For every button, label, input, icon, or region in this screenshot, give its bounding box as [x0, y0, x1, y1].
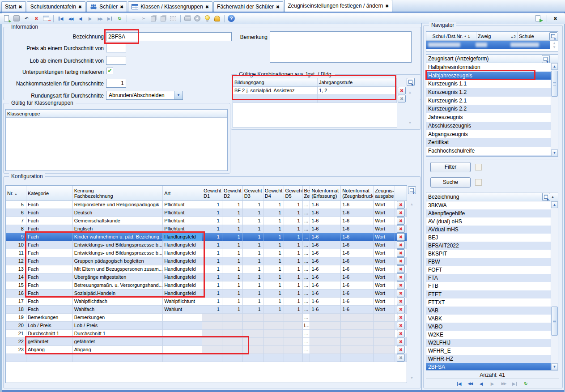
suche-checkbox[interactable]	[475, 179, 482, 186]
art-cell[interactable]: Handlungsfeld	[163, 290, 202, 298]
bezeichnung-item[interactable]: FTET	[426, 290, 551, 298]
delete-row-icon[interactable]: ✖	[397, 233, 405, 241]
nr-cell[interactable]: 10	[6, 241, 26, 249]
gewicht-d2-cell[interactable]	[222, 338, 243, 346]
pager-refresh-icon[interactable]: ↻	[522, 380, 530, 387]
gewicht-d5-cell[interactable]	[284, 322, 303, 330]
aus-cell[interactable]	[374, 354, 395, 362]
kennung-cell[interactable]: Bemerkungen	[73, 314, 163, 322]
art-cell[interactable]	[163, 314, 202, 322]
g3-cell[interactable]	[263, 354, 284, 362]
gewicht-d4-cell[interactable]: 1	[263, 257, 284, 265]
delete-row-icon[interactable]: ✖	[397, 281, 405, 289]
konfiguration-row[interactable]: 13FachMit Eltern und Bezugspersonen zusa…	[6, 265, 407, 273]
tab-start[interactable]: Start✖	[1, 1, 26, 12]
notenformat-erfassung-cell[interactable]: 1-6	[310, 209, 341, 217]
kennung-cell[interactable]: Übergänge mitgestalten	[73, 273, 163, 281]
art-cell[interactable]	[163, 354, 202, 362]
scroll-up-icon[interactable]: ▲	[408, 201, 415, 208]
notenformat-erfassung-cell[interactable]: 1-6	[310, 290, 341, 298]
delete-row-icon[interactable]: ✖	[397, 322, 405, 329]
notenformat-zeugnisdruck-cell[interactable]: 1-6	[341, 241, 374, 249]
konfiguration-row[interactable]: 11FachEntwicklungs- und Bildungsprozesse…	[6, 249, 407, 257]
art-cell[interactable]: Handlungsfeld	[163, 241, 202, 249]
delete-row-icon[interactable]: ✖	[397, 241, 405, 249]
nr-cell[interactable]: 21	[6, 330, 26, 338]
scroll-up-icon[interactable]: ▲	[551, 63, 558, 70]
konfiguration-row[interactable]: 7FachGemeinschaftskundePflichtunt11111..…	[6, 217, 407, 225]
nr-cell[interactable]: 20	[6, 322, 26, 330]
notenformat-zeugnisdruck-cell[interactable]	[341, 330, 374, 338]
gewicht-d4-cell[interactable]: 1	[263, 217, 284, 225]
gewicht-d4-cell[interactable]: 1	[263, 233, 284, 241]
delete-row-icon[interactable]: ✖	[397, 314, 405, 321]
art-cell[interactable]: Handlungsfeld	[163, 265, 202, 273]
gewicht-d3-cell[interactable]: 1	[243, 257, 263, 265]
bezeichnung-zeugnis-cell[interactable]: ...	[303, 233, 310, 241]
zeugnisausgabe-cell[interactable]: Wort	[374, 209, 395, 217]
column-header-jahrgangsstufe[interactable]: Jahrgangsstufe	[318, 78, 397, 86]
back-arrow-icon[interactable]: ←	[129, 14, 139, 23]
column-header-klassengruppe[interactable]: Klassengruppe	[6, 110, 227, 117]
help-icon[interactable]: ?	[227, 14, 236, 23]
kennung-cell[interactable]: Religionslehre und Religionspädagogik	[73, 201, 163, 209]
tab-close-icon[interactable]: ✖	[78, 4, 82, 9]
notenformat-zeugnisdruck-cell[interactable]: 1-6	[341, 298, 374, 306]
gewicht-d1-cell[interactable]: 1	[202, 217, 222, 225]
gewicht-d1-cell[interactable]: 1	[202, 209, 222, 217]
refresh-icon[interactable]: ↻	[115, 14, 124, 23]
kategorie-cell[interactable]: Durchschnitt 1	[26, 330, 73, 338]
notenformat-zeugnisdruck-cell[interactable]	[341, 314, 374, 322]
notenformat-zeugnisdruck-cell[interactable]	[341, 346, 374, 354]
konfiguration-row[interactable]: 15FachBetreuungsmaßn. u. Versorgungshand…	[6, 281, 407, 290]
zeugnisausgabe-cell[interactable]: Wort	[374, 290, 395, 298]
nr-cell[interactable]: 6	[6, 209, 26, 217]
bezeichnung-item[interactable]: FBW	[426, 258, 551, 266]
konfiguration-row[interactable]: 9FachKinder wahrnehmen u. päd. Beziehung…	[6, 233, 407, 241]
gewicht-d1-cell[interactable]: 1	[202, 257, 222, 265]
kategorie-cell[interactable]: Fach	[26, 257, 73, 265]
bezeichnung-list-header[interactable]: Bezeichnung ▲ ▼	[426, 192, 558, 201]
column-header-nr[interactable]: Nr. ▲	[6, 186, 26, 200]
kategorie-cell[interactable]: Fach	[26, 233, 73, 241]
column-header-kennung[interactable]: KennungFachbezeichnung	[73, 186, 163, 200]
gewicht-d3-cell[interactable]: 1	[243, 209, 263, 217]
copy-icon[interactable]	[149, 14, 158, 23]
bildungsgang-cell[interactable]	[233, 95, 318, 103]
tab-zeugniseinstellungen-festlegen-ändern[interactable]: Zeugniseinstellungen festlegen / ändern✖	[284, 0, 392, 12]
konfiguration-row[interactable]: 12FachGruppen pädagogisch begleitenHandl…	[6, 257, 407, 265]
nav-first-icon[interactable]: ◀	[56, 14, 65, 23]
bezeichnung-zeugnis-cell[interactable]: ...	[303, 281, 310, 290]
kennung-cell[interactable]: Betreuungsmaßn. u. Versorgungshand...	[73, 281, 163, 290]
gewicht-d3-cell[interactable]: 1	[243, 306, 263, 314]
bemerkung-textarea[interactable]	[270, 31, 412, 63]
kennung-cell[interactable]: Lob / Preis	[73, 322, 163, 330]
kennung-cell[interactable]: Entwicklungs- und Bildungsprozesse b...	[73, 249, 163, 257]
delete-row-icon[interactable]: ✖	[397, 298, 405, 305]
bildungsgang-cell[interactable]: BF 2-j. sozialpäd. Assistenz	[233, 87, 318, 95]
bezeichnung-item[interactable]: VAB	[426, 307, 551, 315]
notenformat-erfassung-cell[interactable]: 1-6	[310, 201, 341, 209]
gewicht-d2-cell[interactable]: 1	[222, 306, 243, 314]
gewicht-d3-cell[interactable]: 1	[243, 233, 263, 241]
zeugnisart-item[interactable]: Kurszeugnis 2.1	[426, 97, 551, 105]
notenformat-erfassung-cell[interactable]: 1-6	[310, 233, 341, 241]
art-cell[interactable]: Pflichtunt	[163, 217, 202, 225]
gewicht-d3-cell[interactable]: 1	[243, 201, 263, 209]
kategorie-cell[interactable]	[26, 354, 73, 362]
gewicht-d4-cell[interactable]: 1	[263, 273, 284, 281]
zeugnisart-item[interactable]: Abgangszeugnis	[426, 130, 551, 139]
gewicht-d1-cell[interactable]	[202, 346, 222, 354]
notenformat-erfassung-cell[interactable]: 1-6	[310, 306, 341, 314]
bezeichnung-scrollbar[interactable]: ▲ ▼	[551, 201, 558, 370]
gewicht-d2-cell[interactable]: 1	[222, 201, 243, 209]
scroll-down-icon[interactable]: ▼	[551, 363, 558, 370]
gewicht-d2-cell[interactable]: 1	[222, 241, 243, 249]
pager-back-icon[interactable]: ◀	[477, 380, 485, 387]
nfd-cell[interactable]	[341, 354, 374, 362]
delete-row-icon[interactable]: ✖	[397, 225, 405, 233]
scrollbar-thumb[interactable]	[551, 307, 558, 336]
jahrgangsstufe-cell[interactable]	[318, 95, 397, 103]
gewicht-d3-cell[interactable]: 1	[243, 225, 263, 233]
splitter[interactable]	[421, 23, 422, 390]
